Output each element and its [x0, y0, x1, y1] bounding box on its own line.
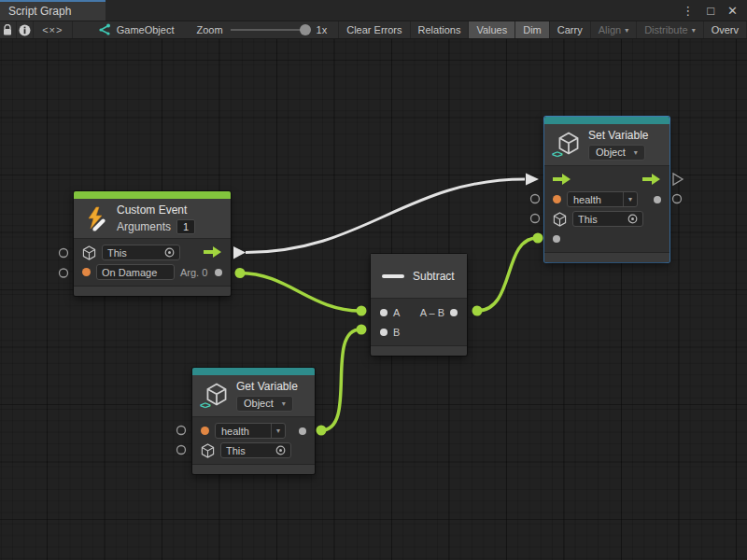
result-output-port[interactable]: [450, 309, 458, 316]
tab-title: Script Graph: [8, 5, 71, 18]
external-port[interactable]: [60, 249, 68, 258]
graph-target-label: GameObject: [117, 24, 175, 35]
wire-endpoint[interactable]: [357, 306, 367, 316]
external-trigger-port[interactable]: [673, 174, 683, 185]
graph-canvas[interactable]: Custom Event Arguments 1 This: [0, 39, 747, 560]
align-button[interactable]: Align▾: [591, 21, 637, 38]
trigger-output-port[interactable]: [204, 246, 222, 259]
name-input-port[interactable]: [553, 195, 561, 203]
chevron-down-icon: ▾: [634, 148, 638, 157]
zoom-slider-handle[interactable]: [300, 24, 311, 35]
zoom-value: 1x: [317, 24, 328, 35]
lock-button[interactable]: [0, 21, 17, 38]
external-port[interactable]: [531, 195, 540, 203]
menu-icon[interactable]: ⋮: [682, 5, 694, 17]
name-input-port[interactable]: [201, 427, 209, 435]
node-custom-event[interactable]: Custom Event Arguments 1 This: [74, 191, 231, 296]
variable-name-dropdown[interactable]: health ▾: [215, 423, 286, 439]
value-output-port[interactable]: [299, 427, 306, 435]
trigger-output-port[interactable]: [642, 174, 661, 187]
dim-button[interactable]: Dim: [515, 21, 550, 38]
wire-endpoint[interactable]: [317, 426, 327, 436]
close-icon[interactable]: ✕: [727, 5, 738, 17]
node-footer: [74, 286, 231, 296]
carry-button[interactable]: Carry: [550, 21, 591, 38]
external-port[interactable]: [531, 215, 540, 223]
node-title: Set Variable: [588, 129, 648, 142]
graph-toolbar: <×> GameObject Zoom 1x Clear Errors Rela…: [0, 21, 747, 39]
input-a-port[interactable]: [380, 309, 388, 316]
variable-name-dropdown[interactable]: health ▾: [567, 191, 638, 207]
subtract-icon: [382, 274, 404, 278]
arg-label: Arg. 0: [180, 267, 207, 278]
values-button[interactable]: Values: [469, 21, 515, 38]
maximize-icon[interactable]: □: [707, 5, 714, 17]
distribute-button[interactable]: Distribute▾: [637, 21, 703, 38]
custom-event-icon: [83, 206, 108, 231]
object-picker-icon[interactable]: [627, 214, 638, 224]
target-field[interactable]: This: [102, 245, 180, 260]
relations-button[interactable]: Relations: [411, 21, 470, 38]
node-footer: [544, 252, 669, 262]
value-input-port[interactable]: [654, 196, 661, 203]
wire-arg-to-a[interactable]: [240, 273, 360, 312]
object-picker-icon[interactable]: [164, 247, 175, 258]
external-port[interactable]: [60, 269, 68, 277]
chevron-down-icon: ▾: [282, 399, 286, 408]
node-title: Get Variable: [236, 380, 298, 393]
zoom-slider[interactable]: [231, 29, 309, 31]
external-port[interactable]: [177, 446, 186, 455]
external-port[interactable]: [177, 427, 186, 435]
inspect-button[interactable]: [17, 21, 34, 38]
tab-script-graph[interactable]: Script Graph: [0, 0, 106, 21]
gameobject-cube-icon: [553, 212, 567, 227]
variable-scope-dropdown[interactable]: Object ▾: [588, 145, 645, 161]
window-controls: ⋮ □ ✕: [682, 0, 747, 21]
overview-button[interactable]: Overv: [704, 21, 747, 38]
wire-endpoint[interactable]: [357, 325, 367, 335]
clear-errors-button[interactable]: Clear Errors: [339, 21, 410, 38]
variable-scope-dropdown[interactable]: Object ▾: [236, 396, 293, 412]
node-color-bar: [544, 117, 669, 124]
node-color-bar: [192, 368, 315, 375]
arg-output-port[interactable]: [215, 269, 222, 276]
tab-bar: Script Graph ⋮ □ ✕: [0, 0, 747, 21]
lock-icon: [2, 24, 13, 36]
chevron-down-icon: ▾: [625, 26, 628, 35]
wire-trigger-end-arrow[interactable]: [526, 174, 539, 186]
node-set-variable[interactable]: <> Set Variable Object ▾: [544, 117, 669, 262]
target-field[interactable]: This: [572, 211, 643, 227]
wire-subtract-to-setvar[interactable]: [477, 238, 537, 311]
wire-getvar-to-b[interactable]: [321, 329, 360, 430]
graph-target[interactable]: GameObject: [73, 21, 188, 38]
input-a-label: A: [393, 307, 400, 318]
wire-endpoint[interactable]: [472, 306, 483, 316]
edit-graph-button[interactable]: <×>: [34, 21, 73, 38]
node-get-variable[interactable]: <> Get Variable Object ▾ health ▾: [192, 368, 315, 474]
external-port[interactable]: [673, 195, 682, 203]
script-graph-window: Script Graph ⋮ □ ✕ <×>: [0, 0, 747, 560]
node-color-bar: [74, 191, 231, 199]
wire-trigger[interactable]: [246, 179, 525, 253]
trigger-input-port[interactable]: [553, 174, 571, 187]
info-icon: [19, 24, 31, 36]
string-input-port[interactable]: [82, 268, 91, 276]
target-field[interactable]: This: [220, 442, 291, 458]
node-footer: [371, 345, 467, 356]
input-b-port[interactable]: [380, 329, 388, 336]
node-subtract[interactable]: Subtract A A – B B: [371, 254, 467, 356]
event-name-field[interactable]: On Damage: [96, 264, 175, 280]
wire-endpoint[interactable]: [533, 233, 543, 244]
new-value-input-port[interactable]: [553, 235, 560, 243]
wire-endpoint[interactable]: [235, 268, 246, 278]
node-title: Custom Event: [117, 203, 195, 217]
chevron-down-icon[interactable]: ▾: [623, 192, 637, 206]
graph-target-icon: [97, 23, 111, 36]
object-picker-icon[interactable]: [275, 445, 286, 455]
input-b-label: B: [393, 327, 400, 338]
zoom-label: Zoom: [196, 24, 222, 35]
arguments-input[interactable]: 1: [176, 219, 195, 234]
wire-trigger-start-arrow[interactable]: [233, 246, 246, 259]
gameobject-cube-icon: [201, 443, 215, 458]
chevron-down-icon[interactable]: ▾: [271, 424, 285, 438]
